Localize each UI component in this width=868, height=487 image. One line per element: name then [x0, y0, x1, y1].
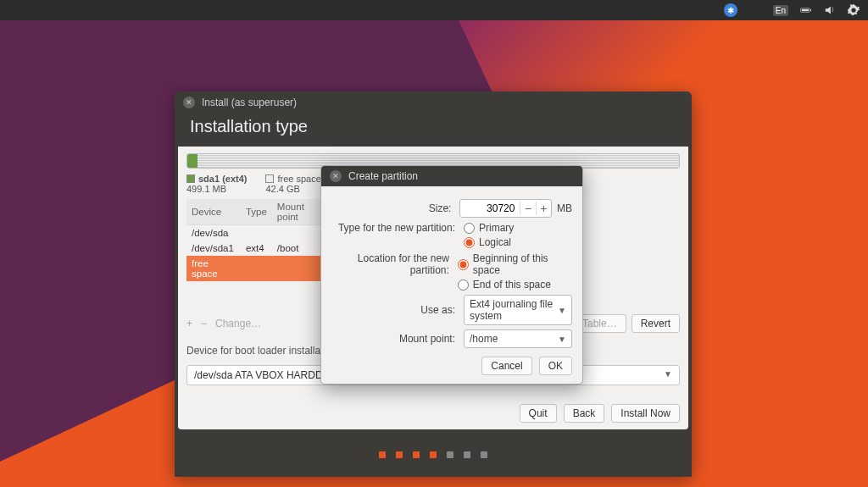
- input-method-indicator[interactable]: En: [773, 5, 788, 16]
- dialog-titlebar: ✕ Create partition: [321, 166, 582, 186]
- size-label: Size:: [331, 202, 454, 214]
- legend-free-size: 42.4 GB: [265, 184, 320, 194]
- device-table[interactable]: Device Type Mount point /dev/sda /dev/sd…: [186, 199, 322, 281]
- radio-end[interactable]: End of this space: [458, 279, 572, 291]
- add-partition-button[interactable]: +: [186, 318, 192, 329]
- battery-icon[interactable]: [800, 4, 812, 16]
- revert-button[interactable]: Revert: [632, 314, 680, 333]
- close-icon[interactable]: ✕: [330, 170, 342, 182]
- top-panel: ✱ En: [0, 0, 868, 20]
- size-stepper[interactable]: − +: [459, 199, 552, 218]
- chevron-down-icon: ▼: [664, 369, 672, 381]
- network-icon[interactable]: [749, 4, 761, 16]
- back-button[interactable]: Back: [564, 404, 605, 423]
- remove-partition-button[interactable]: −: [201, 318, 207, 329]
- gear-icon[interactable]: [848, 4, 860, 16]
- chevron-down-icon: ▼: [558, 306, 566, 315]
- accessibility-icon[interactable]: ✱: [724, 3, 737, 17]
- mount-select[interactable]: /home▼: [464, 329, 572, 348]
- useas-select[interactable]: Ext4 journaling file system▼: [464, 295, 572, 325]
- size-unit: MB: [557, 202, 572, 214]
- table-row[interactable]: /dev/sda1ext4/boot: [186, 241, 322, 256]
- type-label: Type for the new partition:: [331, 222, 459, 234]
- window-title: Install (as superuser): [202, 97, 297, 108]
- page-heading: Installation type: [175, 113, 692, 147]
- size-input[interactable]: [460, 202, 520, 214]
- radio-logical[interactable]: Logical: [464, 236, 514, 248]
- dialog-title: Create partition: [348, 170, 418, 182]
- ok-button[interactable]: OK: [539, 357, 572, 375]
- create-partition-dialog: ✕ Create partition Size: − + MB Type for…: [320, 165, 583, 385]
- table-row[interactable]: /dev/sda: [186, 225, 322, 241]
- col-mount: Mount point: [272, 199, 322, 225]
- cancel-button[interactable]: Cancel: [481, 357, 531, 375]
- size-increment[interactable]: +: [536, 202, 551, 215]
- progress-dots: [175, 433, 692, 477]
- legend-sda1: sda1 (ext4): [198, 174, 247, 184]
- volume-icon[interactable]: [824, 4, 836, 16]
- col-type: Type: [241, 199, 272, 225]
- location-label: Location for the new partition:: [331, 252, 453, 276]
- radio-beginning[interactable]: Beginning of this space: [458, 252, 572, 276]
- close-icon[interactable]: ✕: [183, 97, 195, 108]
- window-titlebar: ✕ Install (as superuser): [175, 91, 692, 113]
- quit-button[interactable]: Quit: [520, 404, 557, 423]
- legend-sda1-size: 499.1 MB: [186, 184, 247, 194]
- table-row[interactable]: free space: [186, 256, 322, 281]
- size-decrement[interactable]: −: [520, 202, 535, 215]
- svg-rect-2: [802, 9, 809, 11]
- radio-primary[interactable]: Primary: [464, 222, 514, 234]
- change-button[interactable]: Change…: [215, 318, 261, 329]
- svg-rect-1: [810, 9, 811, 11]
- useas-label: Use as:: [331, 304, 459, 316]
- mount-label: Mount point:: [331, 333, 459, 345]
- chevron-down-icon: ▼: [558, 335, 566, 344]
- legend-free: free space: [277, 174, 320, 184]
- install-now-button[interactable]: Install Now: [611, 404, 680, 423]
- col-device: Device: [186, 199, 241, 225]
